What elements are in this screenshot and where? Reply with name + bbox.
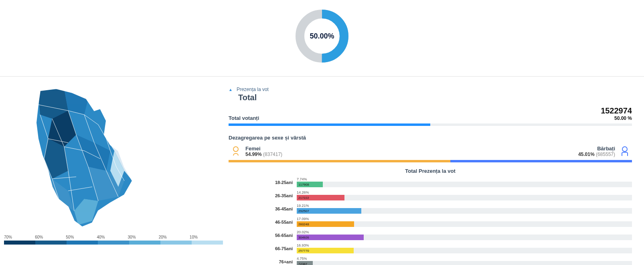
total-voters-bar [229,123,632,126]
male-label: Bărbați [578,146,615,152]
total-voters-pct: 50.00 % [601,115,632,121]
age-title: Total Prezența la vot [229,168,632,174]
svg-point-15 [233,147,238,152]
age-row: 36-45ani19.21%292507 [229,204,632,214]
legend-tick: 30% [128,235,159,239]
age-pct: 16.93% [297,243,632,247]
age-pct: 4.75% [297,257,632,261]
legend-tick: 20% [159,235,190,239]
age-label: 36-45ani [229,206,297,211]
male-pct: 45.01% [578,152,595,157]
age-pct: 14.26% [297,190,632,194]
female-pct: 54.99% [245,152,262,157]
legend-segment [35,241,67,245]
page-title: Total [238,93,632,102]
male-count: (685557) [596,152,615,157]
svg-point-16 [622,147,627,152]
age-bar: 304926 [297,235,632,240]
age-label: 56-65ani [229,233,297,238]
legend-segment [98,241,129,245]
legend-segment [160,241,192,245]
age-row: 56-65ani20.02%304926 [229,230,632,240]
chevron-up-icon[interactable]: ▲ [229,87,233,92]
legend-segment [67,241,98,245]
age-row: 46-55ani17.09%260248 [229,217,632,227]
age-label: 26-35ani [229,193,297,198]
age-bar: 72387 [297,261,632,265]
age-count: 292507 [297,209,309,213]
male-icon [618,145,631,158]
age-label: 66-75ani [229,246,297,251]
female-icon [229,145,242,158]
age-pct: 17.09% [297,217,632,221]
legend-segment [192,241,223,245]
age-row: 66-75ani16.93%257770 [229,243,632,253]
gender-bar [229,160,632,162]
age-bar: 292507 [297,208,632,214]
age-count: 117908 [297,183,309,186]
legend-segment [129,241,160,245]
female-count: (837417) [263,152,282,157]
legend-tick: 40% [97,235,128,239]
total-voters-label: Total votanți [229,115,259,121]
age-count: 217222 [297,196,309,200]
moldova-map[interactable] [4,87,221,231]
legend-tick: 60% [35,235,66,239]
age-count: 72387 [297,262,307,265]
map-legend: 70%60%50%40%30%20%10% [4,235,221,245]
age-pct: 20.02% [297,230,632,234]
age-label: 76+ani [229,259,297,264]
age-row: 26-35ani14.26%217222 [229,190,632,200]
donut-turnout: 50.00% [0,0,644,72]
legend-tick: 10% [190,235,221,239]
age-bar: 257770 [297,248,632,253]
gender-row: Femei 54.99% (837417) Bărbați 45.01% (68… [229,144,632,160]
svg-rect-2 [4,87,221,231]
legend-tick: 50% [66,235,97,239]
age-bar: 217222 [297,195,632,200]
age-count: 260248 [297,223,309,226]
female-label: Femei [245,146,282,152]
age-pct: 19.21% [297,204,632,208]
legend-segment [4,241,35,245]
age-count: 304926 [297,236,309,239]
age-row: 18-25ani7.74%117908 [229,177,632,187]
age-bar: 260248 [297,221,632,227]
age-pct: 7.74% [297,177,632,181]
section-label: Prezența la vot [237,87,269,92]
age-count: 257770 [297,249,309,253]
age-row: 76+ani4.75%72387 [229,257,632,265]
age-label: 46-55ani [229,220,297,225]
age-bar: 117908 [297,182,632,187]
legend-tick: 70% [4,235,35,239]
total-voters-value: 1522974 [601,106,632,115]
donut-percent-label: 50.00% [292,6,352,66]
disagg-label: Dezagregarea pe sexe și vârstă [229,135,632,141]
age-label: 18-25ani [229,180,297,185]
